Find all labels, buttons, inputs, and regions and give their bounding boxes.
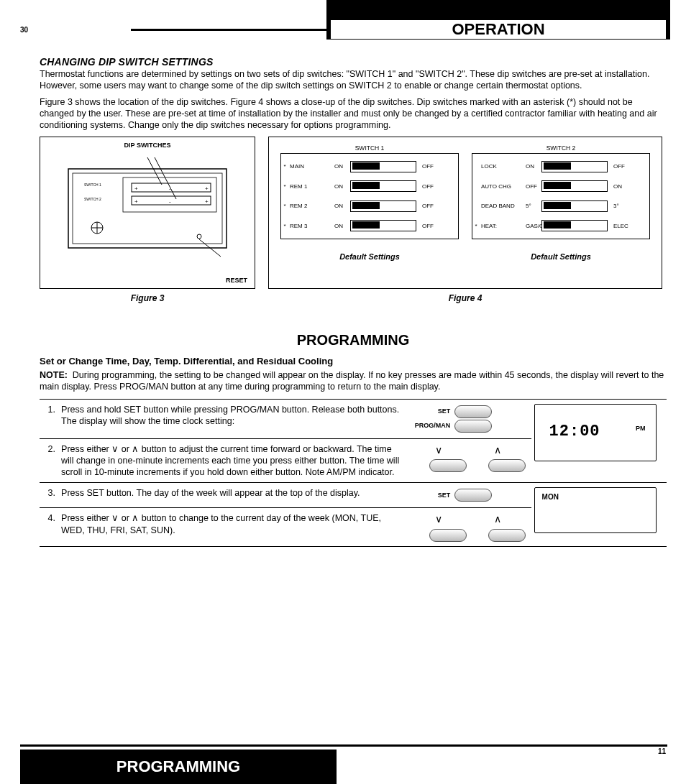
svg-text:-: - xyxy=(169,198,171,205)
sw2-row1-off: ON xyxy=(608,183,638,190)
step-4-text-pre: Press either xyxy=(61,513,111,523)
step-3-row: 3. Press SET button. The day of the week… xyxy=(40,483,667,508)
figures-row: DIP SWITCHES +-+ +-+ SW xyxy=(40,137,667,303)
sw1-row0-on: ON xyxy=(334,163,350,170)
programming-subhead: Set or Change Time, Day, Temp. Different… xyxy=(40,356,667,366)
up-button-icon xyxy=(488,459,526,472)
sw1-row1-star: * xyxy=(281,183,288,190)
switch2-default-caption: Default Settings xyxy=(472,252,650,261)
switch2-box: LOCK ON OFF AUTO CHG OFF ON xyxy=(472,153,650,239)
svg-text:+: + xyxy=(205,185,209,192)
sw2-row3-label: HEAT: xyxy=(481,223,497,229)
sw1-row2-on: ON xyxy=(334,203,350,209)
svg-rect-0 xyxy=(68,169,227,248)
header-title: OPERATION xyxy=(331,20,666,39)
switch2-title: SWITCH 2 xyxy=(472,144,650,152)
figure-3-box: DIP SWITCHES +-+ +-+ SW xyxy=(40,137,255,289)
dip-para2: Figure 3 shows the location of the dip s… xyxy=(40,97,667,131)
note-label: NOTE: xyxy=(40,370,68,380)
switch1-block: SWITCH 1 * MAIN ON OFF * REM xyxy=(280,144,459,261)
progman-button-label: PROG/MAN xyxy=(406,422,450,430)
step-3-buttons: SET xyxy=(403,483,531,508)
sw1-row0-off: OFF xyxy=(416,163,447,170)
step-2-text: Press either ∨ or ∧ button to adjust the… xyxy=(58,438,403,483)
sw2-row2-label: DEAD BAND xyxy=(481,203,515,209)
page-number-bottom-right: 11 xyxy=(658,747,666,755)
figure-4-container: SWITCH 1 * MAIN ON OFF * REM xyxy=(268,137,662,303)
svg-point-17 xyxy=(197,234,201,239)
figure-3-caption: Figure 3 xyxy=(40,293,255,303)
step-1-lcd-cell: 12:00 PM xyxy=(531,399,667,483)
footer-blackbar: PROGRAMMING xyxy=(20,750,337,784)
step-3-lcd-cell: MON xyxy=(531,483,667,546)
down-caret-icon: ∨ xyxy=(111,444,119,454)
programming-note: NOTE: During programming, the setting to… xyxy=(40,369,667,393)
progman-button-icon xyxy=(454,420,492,433)
set-button-icon xyxy=(454,405,492,418)
sw2-row-0: LOCK ON OFF xyxy=(472,159,649,175)
sw1-row3-slider xyxy=(350,220,416,231)
sw1-row1-label: REM 1 xyxy=(290,183,307,190)
sw2-row0-on: ON xyxy=(526,163,541,170)
svg-rect-3 xyxy=(132,183,211,192)
down-button-icon-2 xyxy=(429,529,467,542)
down-arrow-icon: ∨ xyxy=(429,443,448,456)
page-number-top-left: 30 xyxy=(20,26,28,34)
sw2-row0-slider xyxy=(541,161,608,172)
switch1-default-caption: Default Settings xyxy=(280,252,459,261)
step-2-number: 2. xyxy=(40,438,58,483)
sw2-row3-off: ELEC xyxy=(608,223,638,229)
step-1-row: 1. Press and hold SET button while press… xyxy=(40,399,667,438)
up-caret-icon-2: ∧ xyxy=(132,513,139,523)
step-3-text: Press SET button. The day of the week wi… xyxy=(58,483,403,508)
svg-text:+: + xyxy=(205,198,209,205)
lcd-day: MON xyxy=(534,487,657,533)
set-button-label: SET xyxy=(406,407,450,416)
set-button-label-2: SET xyxy=(406,492,450,500)
sw1-row2-label: REM 2 xyxy=(290,203,307,209)
step-1-text: Press and hold SET button while pressing… xyxy=(58,399,403,438)
sw1-row2-slider xyxy=(350,200,416,212)
sw1-row3-on: ON xyxy=(334,223,350,229)
figure-4-box: SWITCH 1 * MAIN ON OFF * REM xyxy=(268,137,662,289)
sw1-row-0: * MAIN ON OFF xyxy=(281,159,458,175)
sw2-row-1: AUTO CHG OFF ON xyxy=(472,178,649,194)
fig3-reset-label: RESET xyxy=(226,277,247,284)
sw2-row3-on: GAS/OIL xyxy=(526,223,541,229)
svg-text:+: + xyxy=(134,185,138,192)
step-4-text: Press either ∨ or ∧ button to change to … xyxy=(58,508,403,546)
lcd-time-value: 12:00 xyxy=(549,422,600,443)
dip-para1: Thermostat functions are determined by s… xyxy=(40,69,667,91)
step-4-number: 4. xyxy=(40,508,58,546)
step-4-buttons: ∨ ∧ xyxy=(403,508,531,546)
switch1-title: SWITCH 1 xyxy=(280,144,459,152)
sw1-row0-label: MAIN xyxy=(290,163,304,170)
sw1-row-1: * REM 1 ON OFF xyxy=(281,178,458,194)
svg-text:+: + xyxy=(134,198,138,205)
sw2-row1-label: AUTO CHG xyxy=(481,183,511,190)
step-1-buttons: SET PROG/MAN xyxy=(403,399,531,438)
programming-title: PROGRAMMING xyxy=(40,332,667,349)
svg-rect-4 xyxy=(132,196,211,205)
lcd-time: 12:00 PM xyxy=(534,404,657,461)
set-button-icon-2 xyxy=(454,489,492,502)
down-arrow-icon-2: ∨ xyxy=(429,512,448,525)
up-arrow-icon-2: ∧ xyxy=(488,512,507,525)
svg-rect-2 xyxy=(123,177,216,212)
step-2-buttons: ∨ ∧ xyxy=(403,438,531,483)
svg-line-15 xyxy=(155,157,176,199)
sw2-row2-slider xyxy=(541,200,608,212)
fig3-switch2-label: SWITCH 2 xyxy=(84,197,101,201)
lcd-day-value: MON xyxy=(542,492,559,502)
step-3-number: 3. xyxy=(40,483,58,508)
down-caret-icon-2: ∨ xyxy=(111,513,119,523)
sw1-row0-slider xyxy=(350,161,416,172)
sw1-row3-star: * xyxy=(281,223,288,229)
step-2-text-mid: or xyxy=(119,444,132,454)
sw2-row0-off: OFF xyxy=(608,163,638,170)
sw2-row2-on: 5° xyxy=(526,203,541,209)
sw2-row-3: * HEAT: GAS/OIL ELEC xyxy=(472,218,649,234)
sw2-row1-slider xyxy=(541,180,608,192)
figure-4-caption: Figure 4 xyxy=(268,293,662,303)
svg-line-14 xyxy=(147,157,162,185)
